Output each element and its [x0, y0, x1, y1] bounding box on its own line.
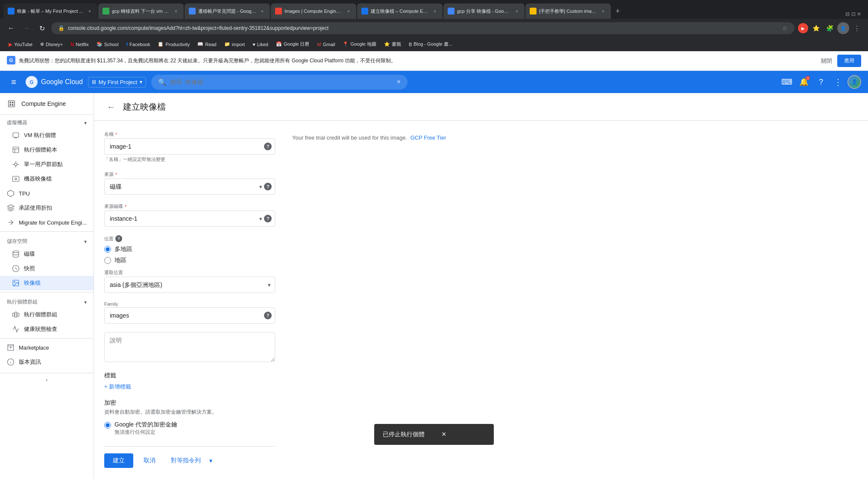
help-button[interactable]: ?: [813, 74, 829, 90]
region-input[interactable]: [104, 257, 111, 264]
bookmark-school[interactable]: 📚 School: [93, 40, 122, 48]
multi-region-input[interactable]: [104, 246, 111, 253]
family-help-icon[interactable]: ?: [264, 312, 272, 319]
bookmark-star-icon[interactable]: ☆: [782, 25, 788, 32]
instance-groups-label[interactable]: 執行個體群組 ▾: [0, 294, 94, 307]
bookmark-netflix[interactable]: N Netflix: [67, 41, 92, 48]
trial-upgrade-button[interactable]: 應用: [837, 55, 861, 67]
sidebar-item-vm[interactable]: VM 執行個體: [0, 128, 94, 143]
name-input[interactable]: [104, 138, 275, 155]
google-managed-input[interactable]: [104, 422, 111, 429]
star-button[interactable]: ⭐: [810, 22, 822, 34]
puzzle-icon[interactable]: 🧩: [824, 22, 836, 34]
back-button[interactable]: ←: [5, 22, 17, 34]
google-cloud-logo[interactable]: G Google Cloud: [26, 76, 83, 88]
reload-button[interactable]: ↻: [36, 22, 48, 34]
sidebar-item-health-check[interactable]: 健康狀態檢查: [0, 322, 94, 336]
tab-close-5[interactable]: ×: [431, 8, 438, 15]
sidebar-item-image[interactable]: 映像檔: [0, 276, 94, 290]
bookmark-gcal[interactable]: 📅 Google 日曆: [273, 40, 313, 49]
vm-group-label[interactable]: 虛擬機器 ▾: [0, 115, 94, 128]
family-input[interactable]: [104, 307, 275, 324]
location-region-radio[interactable]: 地區: [104, 257, 275, 264]
sidebar-item-instance-groups[interactable]: 執行個體群組: [0, 307, 94, 322]
sidebar-item-machine-image[interactable]: 機器映像檔: [0, 172, 94, 186]
bookmark-maps[interactable]: 📍 Google 地圖: [339, 40, 380, 49]
cloud-shell-button[interactable]: ⌨: [779, 74, 795, 90]
sidebar-item-marketplace[interactable]: Marketplace: [0, 340, 94, 355]
tab-1[interactable]: 映象 - 帳單 – My First Project ... ×: [3, 3, 97, 19]
tab-3[interactable]: 遷移帳戶常見問題 - Google Cl... ×: [185, 3, 270, 19]
bookmark-import[interactable]: 📁 import: [221, 40, 249, 48]
header-search[interactable]: 🔍 ×: [151, 75, 408, 90]
queue-command-button[interactable]: 對等指令列: [166, 453, 206, 468]
source-help-icon[interactable]: ?: [264, 183, 272, 190]
storage-group-label[interactable]: 儲存空間 ▾: [0, 234, 94, 247]
project-selector[interactable]: ⊞ My First Project ▾: [88, 77, 146, 88]
tab-2[interactable]: gcp 轉移資料 下一台 vm - Goo... ×: [98, 3, 184, 19]
bookmark-productivity[interactable]: 📋 Productivity: [154, 40, 193, 48]
family-field: Family ?: [104, 301, 275, 324]
bookmark-liked[interactable]: ♥ Liked: [249, 41, 272, 48]
snackbar-close-button[interactable]: ×: [442, 430, 446, 439]
create-button[interactable]: 建立: [104, 453, 133, 468]
tab-4[interactable]: Images | Compute Engine Do... ×: [271, 3, 356, 19]
tab-close-6[interactable]: ×: [513, 8, 520, 15]
sidebar-item-version-info[interactable]: 版本資訊: [0, 355, 94, 369]
location-help-icon[interactable]: ?: [115, 235, 122, 242]
search-clear-icon[interactable]: ×: [397, 78, 401, 86]
bookmark-gmail[interactable]: M Gmail: [314, 41, 339, 48]
bookmark-facebook[interactable]: f Facebook: [123, 41, 153, 48]
tab-close-1[interactable]: ×: [86, 8, 93, 15]
sidebar-item-tpu[interactable]: TPU: [0, 186, 94, 201]
user-avatar[interactable]: 👤: [847, 75, 861, 89]
extension-1[interactable]: ▶: [798, 23, 808, 33]
description-textarea[interactable]: [104, 332, 275, 362]
extensions-area: ▶ ⭐ 🧩 👤 ⋮: [798, 22, 863, 34]
bookmark-bookmarks[interactable]: ⭐ 書籤: [381, 40, 405, 49]
more-options-button[interactable]: ⋮: [851, 22, 863, 34]
back-button[interactable]: ←: [104, 100, 118, 114]
forward-button[interactable]: →: [21, 22, 32, 34]
sidebar-collapse-button[interactable]: ‹: [0, 373, 94, 386]
tab-close-2[interactable]: ×: [173, 8, 179, 15]
location-select[interactable]: asia (多個亞洲地區): [104, 277, 275, 293]
tab-6[interactable]: gcp 分享 映像檔 - Google 搜尋 ×: [443, 3, 525, 19]
tab-close-window[interactable]: ⊟ ⊡ ✕: [842, 9, 865, 19]
bookmark-blog[interactable]: B Blog - Google 書...: [405, 40, 456, 49]
bookmark-youtube[interactable]: ▶ YouTube: [5, 40, 36, 49]
more-header-options[interactable]: ⋮: [830, 74, 846, 90]
sidebar-item-disk[interactable]: 磁碟: [0, 247, 94, 261]
name-help-icon[interactable]: ?: [264, 143, 272, 150]
sidebar-item-sole-tenant[interactable]: 單一用戶群節點: [0, 157, 94, 172]
sidebar-item-migrate[interactable]: Migrate for Compute Engi...: [0, 215, 94, 230]
page-header: ← 建立映像檔: [94, 93, 868, 121]
tab-close-3[interactable]: ×: [259, 8, 266, 15]
address-bar[interactable]: 🔒 console.cloud.google.com/compute/image…: [51, 22, 795, 34]
vm-group: 虛擬機器 ▾ VM 執行個體 執行個體範本 單一用戶群節點 機器映像: [0, 115, 94, 186]
tab-close-7[interactable]: ×: [600, 8, 607, 15]
queue-dropdown-icon[interactable]: ▾: [208, 454, 214, 467]
google-managed-key-radio[interactable]: Google 代管的加密金鑰 無須進行任何設定: [104, 421, 275, 436]
new-tab-button[interactable]: +: [612, 5, 624, 17]
profile-button[interactable]: 👤: [837, 22, 849, 34]
tab-close-4[interactable]: ×: [345, 8, 352, 15]
sidebar-item-instance-template[interactable]: 執行個體範本: [0, 143, 94, 157]
sidebar-item-snapshot[interactable]: 快照: [0, 261, 94, 276]
add-label-button[interactable]: + 新增標籤: [104, 383, 131, 391]
source-disk-select[interactable]: instance-1: [104, 210, 275, 227]
trial-close-button[interactable]: 關閉: [816, 55, 837, 67]
cancel-button[interactable]: 取消: [135, 453, 164, 468]
hamburger-menu[interactable]: ≡: [7, 75, 21, 89]
source-select[interactable]: 磁碟: [104, 178, 275, 195]
bookmark-disney[interactable]: ⊕ Disney+: [37, 40, 66, 48]
tab-5[interactable]: 建立映像檔 – Compute Engine... ×: [357, 3, 443, 19]
search-input[interactable]: [170, 79, 393, 85]
bookmark-read[interactable]: 📖 Read: [194, 40, 220, 48]
tab-7[interactable]: [手把手教學] Custom image 客... ×: [525, 3, 611, 19]
location-multi-region-radio[interactable]: 多地區: [104, 245, 275, 253]
sidebar-item-committed-use[interactable]: 承諾使用折扣: [0, 201, 94, 215]
free-tier-link[interactable]: GCP Free Tier: [411, 134, 446, 141]
notifications-button[interactable]: 🔔 3: [796, 74, 812, 90]
source-disk-help-icon[interactable]: ?: [264, 215, 272, 222]
